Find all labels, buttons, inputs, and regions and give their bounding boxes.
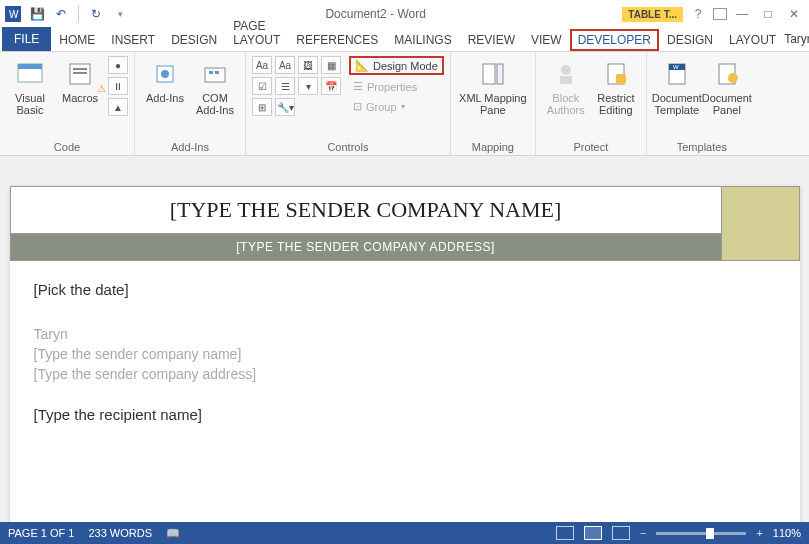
pause-recording-icon[interactable]: ⏸ — [108, 77, 128, 95]
checkbox-control-icon[interactable]: ☑ — [252, 77, 272, 95]
header-right-cell[interactable] — [722, 186, 800, 261]
close-icon[interactable]: ✕ — [783, 4, 805, 24]
macros-label: Macros — [62, 92, 98, 104]
design-mode-button[interactable]: 📐 Design Mode — [349, 56, 444, 75]
tab-table-design[interactable]: DESIGN — [659, 29, 721, 51]
group-button[interactable]: ⊡ Group ▾ — [349, 98, 444, 115]
block-authors-icon — [550, 58, 582, 90]
maximize-icon[interactable]: □ — [757, 4, 779, 24]
zoom-slider[interactable] — [656, 532, 746, 535]
document-panel-button[interactable]: Document Panel — [703, 56, 751, 118]
svg-point-8 — [161, 70, 169, 78]
sender-company-name-control[interactable]: [TYPE THE SENDER COMPANY NAME] — [11, 187, 721, 234]
tab-mailings[interactable]: MAILINGS — [386, 29, 459, 51]
sender-company-address-control[interactable]: [TYPE THE SENDER COMPANY ADDRESS] — [11, 234, 721, 260]
restrict-editing-button[interactable]: Restrict Editing — [592, 56, 640, 118]
document-body[interactable]: [Pick the date] Taryn [Type the sender c… — [10, 261, 800, 446]
group-templates: W Document Template Document Panel Templ… — [647, 52, 757, 155]
xml-mapping-pane-button[interactable]: XML Mapping Pane — [457, 56, 529, 118]
recipient-block: [Type the recipient name] — [34, 404, 776, 426]
svg-point-14 — [561, 65, 571, 75]
title-right: TABLE T... ? — □ ✕ — [622, 4, 805, 24]
block-authors-button[interactable]: Block Authors — [542, 56, 590, 118]
tab-insert[interactable]: INSERT — [103, 29, 163, 51]
visual-basic-button[interactable]: Visual Basic — [6, 56, 54, 118]
qat-customize-icon[interactable]: ▾ — [111, 5, 129, 23]
macro-security-icon[interactable]: ▲ — [108, 98, 128, 116]
help-icon[interactable]: ? — [687, 4, 709, 24]
tab-page-layout[interactable]: PAGE LAYOUT — [225, 15, 288, 51]
svg-point-22 — [728, 73, 738, 83]
document-page[interactable]: [TYPE THE SENDER COMPANY NAME] [TYPE THE… — [10, 186, 800, 526]
word-app-icon[interactable]: W — [4, 5, 22, 23]
user-name[interactable]: Taryn — [784, 32, 809, 46]
print-layout-icon[interactable] — [584, 526, 602, 540]
file-tab[interactable]: FILE — [2, 27, 51, 51]
svg-rect-12 — [483, 64, 495, 84]
minimize-icon[interactable]: — — [731, 4, 753, 24]
svg-rect-17 — [616, 74, 626, 84]
tab-references[interactable]: REFERENCES — [288, 29, 386, 51]
rich-text-control-icon[interactable]: Aa — [252, 56, 272, 74]
tab-home[interactable]: HOME — [51, 29, 103, 51]
web-layout-icon[interactable] — [612, 526, 630, 540]
svg-text:W: W — [673, 64, 679, 70]
redo-icon[interactable]: ↻ — [87, 5, 105, 23]
read-mode-icon[interactable] — [556, 526, 574, 540]
tab-review[interactable]: REVIEW — [460, 29, 523, 51]
svg-text:W: W — [9, 9, 19, 20]
tab-table-layout[interactable]: LAYOUT — [721, 29, 784, 51]
ribbon-options-icon[interactable] — [713, 8, 727, 20]
group-code: Visual Basic Macros ● ⏸ ▲ Code — [0, 52, 135, 155]
document-header-table: [TYPE THE SENDER COMPANY NAME] [TYPE THE… — [10, 186, 800, 261]
date-picker-control[interactable]: [Pick the date] — [34, 281, 776, 298]
tab-design[interactable]: DESIGN — [163, 29, 225, 51]
combobox-control-icon[interactable]: ☰ — [275, 77, 295, 95]
addins-button[interactable]: Add-Ins — [141, 56, 189, 106]
visual-basic-icon — [14, 58, 46, 90]
date-picker-control-icon[interactable]: 📅 — [321, 77, 341, 95]
zoom-in-icon[interactable]: + — [756, 527, 762, 539]
block-authors-label: Block Authors — [547, 92, 585, 116]
title-bar: W 💾 ↶ ↻ ▾ Document2 - Word TABLE T... ? … — [0, 0, 809, 28]
save-icon[interactable]: 💾 — [28, 5, 46, 23]
spelling-status-icon[interactable]: 📖 — [166, 527, 180, 540]
addins-icon — [149, 58, 181, 90]
page-indicator[interactable]: PAGE 1 OF 1 — [8, 527, 74, 539]
xml-mapping-label: XML Mapping Pane — [459, 92, 526, 116]
svg-rect-3 — [18, 64, 42, 69]
sender-company-line[interactable]: [Type the sender company name] — [34, 344, 776, 364]
recipient-name-line[interactable]: [Type the recipient name] — [34, 404, 776, 426]
document-workspace: [TYPE THE SENDER COMPANY NAME] [TYPE THE… — [0, 156, 809, 526]
building-block-control-icon[interactable]: ▦ — [321, 56, 341, 74]
sender-address-line[interactable]: [Type the sender company address] — [34, 364, 776, 384]
undo-icon[interactable]: ↶ — [52, 5, 70, 23]
macros-button[interactable]: Macros — [56, 56, 104, 106]
tab-developer[interactable]: DEVELOPER — [570, 29, 659, 51]
ribbon: Visual Basic Macros ● ⏸ ▲ Code Add-Ins C… — [0, 52, 809, 156]
zoom-out-icon[interactable]: − — [640, 527, 646, 539]
sender-name-line[interactable]: Taryn — [34, 324, 776, 344]
properties-button[interactable]: ☰ Properties — [349, 78, 444, 95]
svg-rect-10 — [209, 71, 213, 74]
qat-separator — [78, 5, 79, 23]
com-addins-button[interactable]: COM Add-Ins — [191, 56, 239, 118]
dropdown-control-icon[interactable]: ▾ — [298, 77, 318, 95]
group-addins-label: Add-Ins — [141, 139, 239, 153]
table-tools-context-tab[interactable]: TABLE T... — [622, 7, 683, 22]
repeating-section-control-icon[interactable]: ⊞ — [252, 98, 272, 116]
group-controls: Aa Aa 🖼 ▦ ☑ ☰ ▾ 📅 ⊞ 🔧▾ 📐 — [246, 52, 451, 155]
window-title: Document2 - Word — [129, 7, 622, 21]
tab-view[interactable]: VIEW — [523, 29, 570, 51]
restrict-editing-label: Restrict Editing — [597, 92, 634, 116]
record-macro-icon[interactable]: ● — [108, 56, 128, 74]
legacy-tools-icon[interactable]: 🔧▾ — [275, 98, 295, 116]
sender-block: Taryn [Type the sender company name] [Ty… — [34, 324, 776, 384]
word-count[interactable]: 233 WORDS — [88, 527, 152, 539]
zoom-level[interactable]: 110% — [773, 527, 801, 539]
picture-control-icon[interactable]: 🖼 — [298, 56, 318, 74]
plain-text-control-icon[interactable]: Aa — [275, 56, 295, 74]
controls-actions: 📐 Design Mode ☰ Properties ⊡ Group ▾ — [349, 56, 444, 115]
group-mapping-label: Mapping — [457, 139, 529, 153]
document-template-button[interactable]: W Document Template — [653, 56, 701, 118]
